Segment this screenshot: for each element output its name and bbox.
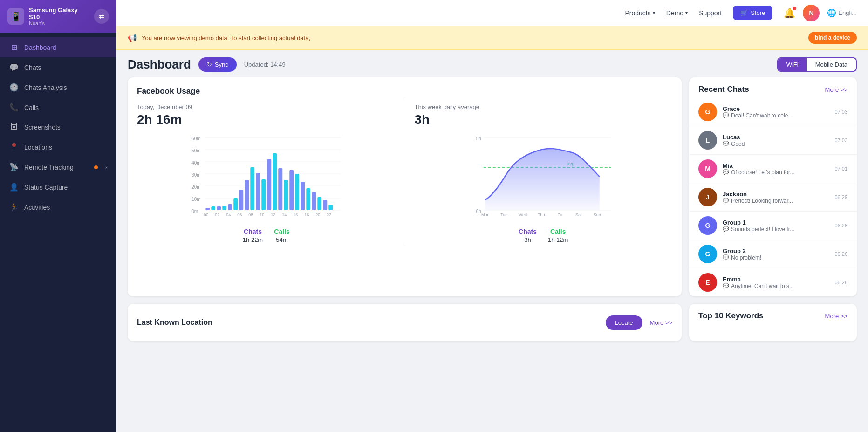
svg-text:Wed: Wed (518, 213, 526, 216)
weekly-area-chart: 5h 0h avg (415, 131, 673, 224)
weekly-label: This week daily average (415, 103, 673, 110)
language-selector[interactable]: 🌐 Engli... (827, 8, 857, 17)
recent-chats-title: Recent Chats (698, 85, 749, 94)
top-navigation: Products ▾ Demo ▾ Support 🛒 Store 🔔 N 🌐 … (116, 0, 868, 26)
svg-rect-35 (323, 200, 327, 210)
recent-chats-more-link[interactable]: More >> (825, 86, 847, 93)
message-icon: 💬 (723, 141, 729, 147)
svg-rect-14 (205, 208, 210, 210)
switch-device-button[interactable]: ⇄ (94, 9, 109, 24)
recent-chats-card: Recent Chats More >> G Grace 💬 Deal! Can… (689, 77, 857, 296)
chat-preview: 💬 Of course! Let's plan for... (723, 169, 829, 176)
chat-preview: 💬 Good (723, 141, 829, 147)
svg-rect-30 (295, 174, 299, 210)
svg-text:Thu: Thu (537, 213, 545, 216)
svg-text:5h: 5h (476, 136, 481, 141)
svg-rect-27 (278, 168, 282, 210)
top-keywords-card: Top 10 Keywords More >> (689, 304, 857, 341)
svg-rect-33 (312, 192, 316, 210)
sidebar-item-dashboard[interactable]: ⊞ Dashboard (0, 37, 116, 57)
svg-text:50m: 50m (191, 148, 200, 153)
location-more-link[interactable]: More >> (650, 319, 672, 326)
sidebar-item-label: Remote Tracking (24, 164, 74, 171)
svg-text:Mon: Mon (481, 213, 489, 216)
notification-dot (793, 7, 796, 10)
weekly-calls-value: 1h 12m (548, 236, 568, 243)
svg-text:16: 16 (293, 213, 298, 216)
chat-avatar: G (698, 245, 717, 263)
remote-tracking-icon: 📡 (9, 163, 19, 171)
chat-list-item[interactable]: E Emma 💬 Anytime! Can't wait to s... 06:… (689, 268, 857, 296)
message-icon: 💬 (723, 283, 729, 289)
chat-avatar: J (698, 188, 717, 206)
today-date: Today, December 09 (137, 103, 396, 110)
weekly-chats-value: 3h (524, 236, 531, 243)
today-calls-label[interactable]: Calls (274, 228, 289, 235)
chat-time: 06:26 (834, 251, 847, 257)
chat-name: Mia (723, 162, 829, 169)
keywords-more-link[interactable]: More >> (825, 313, 847, 320)
demo-caret: ▾ (685, 10, 688, 15)
data-type-toggle: WiFi Mobile Data (777, 57, 857, 72)
weekly-section: This week daily average 3h 5h 0h (405, 100, 682, 243)
sidebar-item-label: Locations (24, 144, 52, 151)
support-link[interactable]: Support (699, 9, 722, 17)
svg-text:02: 02 (215, 213, 219, 216)
sync-button[interactable]: ↻ Sync (198, 57, 237, 72)
weekly-chats-label[interactable]: Chats (519, 228, 537, 235)
sidebar-item-remote-tracking[interactable]: 📡 Remote Tracking › (0, 157, 116, 177)
svg-rect-21 (245, 180, 249, 210)
svg-text:00: 00 (204, 213, 208, 216)
sidebar-item-calls[interactable]: 📞 Calls (0, 97, 116, 117)
store-button[interactable]: 🛒 Store (733, 6, 772, 20)
sidebar-item-chats-analysis[interactable]: 🕐 Chats Analysis (0, 77, 116, 97)
chat-info: Lucas 💬 Good (723, 134, 829, 147)
today-legend: Chats 1h 22m Calls 54m (137, 228, 396, 243)
weekly-legend: Chats 3h Calls 1h 12m (415, 228, 673, 243)
svg-text:18: 18 (304, 213, 309, 216)
today-duration: 2h 16m (137, 112, 396, 127)
keywords-title: Top 10 Keywords (698, 311, 764, 321)
chat-info: Group 1 💬 Sounds perfect! I love tr... (723, 219, 829, 233)
svg-text:30m: 30m (191, 172, 200, 178)
mobile-data-tab[interactable]: Mobile Data (807, 58, 856, 71)
keywords-header: Top 10 Keywords More >> (689, 304, 857, 324)
sidebar-item-activities[interactable]: 🏃 Activities (0, 197, 116, 217)
bind-device-button[interactable]: bind a device (808, 32, 857, 44)
svg-rect-36 (328, 205, 333, 210)
sidebar-item-chats[interactable]: 💬 Chats (0, 57, 116, 77)
banner-text: You are now viewing demo data. To start … (142, 34, 804, 41)
chat-list-item[interactable]: M Mia 💬 Of course! Let's plan for... 07:… (689, 155, 857, 183)
weekly-calls-legend: Calls 1h 12m (548, 228, 568, 243)
notification-bell[interactable]: 🔔 (784, 7, 795, 19)
chat-name: Grace (723, 105, 829, 112)
message-icon: 💬 (723, 169, 729, 175)
location-actions: Locate More >> (606, 315, 672, 330)
chat-list-item[interactable]: G Grace 💬 Deal! Can't wait to cele... 07… (689, 98, 857, 126)
svg-rect-23 (256, 173, 260, 210)
sidebar-item-label: Status Capture (24, 184, 68, 191)
sidebar-item-screenshots[interactable]: 🖼 Screenshots (0, 117, 116, 137)
user-avatar[interactable]: N (803, 5, 820, 21)
svg-text:10: 10 (260, 213, 264, 216)
weekly-calls-label[interactable]: Calls (550, 228, 566, 235)
today-chats-label[interactable]: Chats (244, 228, 262, 235)
chat-avatar: G (698, 216, 717, 235)
chat-list-item[interactable]: G Group 1 💬 Sounds perfect! I love tr...… (689, 212, 857, 240)
chat-list-item[interactable]: G Group 2 💬 No problem! 06:26 (689, 240, 857, 268)
locate-button[interactable]: Locate (606, 315, 642, 330)
area-chart-svg: 5h 0h avg (417, 135, 671, 216)
chat-list-item[interactable]: J Jackson 💬 Perfect! Looking forwar... 0… (689, 183, 857, 212)
wifi-tab[interactable]: WiFi (778, 58, 807, 71)
svg-rect-26 (273, 153, 277, 210)
products-link[interactable]: Products ▾ (625, 9, 655, 17)
title-row: Dashboard ↻ Sync Updated: 14:49 (128, 57, 286, 72)
sidebar-item-locations[interactable]: 📍 Locations (0, 137, 116, 157)
demo-link[interactable]: Demo ▾ (666, 9, 688, 17)
chat-name: Jackson (723, 191, 829, 198)
chat-list-item[interactable]: L Lucas 💬 Good 07:03 (689, 126, 857, 155)
sidebar-item-status-capture[interactable]: 👤 Status Capture (0, 177, 116, 197)
svg-text:22: 22 (327, 213, 331, 216)
svg-rect-24 (261, 179, 266, 210)
chat-preview: 💬 No problem! (723, 254, 829, 261)
